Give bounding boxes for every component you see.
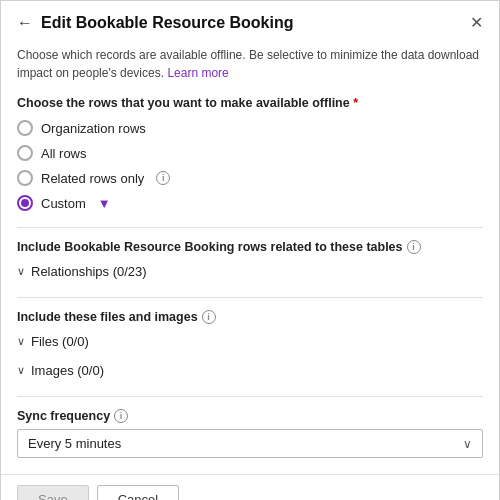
dialog: ← Edit Bookable Resource Booking ✕ Choos… <box>0 0 500 500</box>
divider-2 <box>17 297 483 298</box>
files-section: Include these files and images i ∨ Files… <box>17 310 483 382</box>
back-button[interactable]: ← <box>17 14 33 32</box>
sync-section-label: Sync frequency <box>17 409 110 423</box>
sync-title-row: Sync frequency i <box>17 409 483 423</box>
cancel-button[interactable]: Cancel <box>97 485 179 500</box>
radio-circle-related <box>17 170 33 186</box>
files-info-icon: i <box>202 310 216 324</box>
sync-frequency-chevron: ∨ <box>463 437 472 451</box>
relationships-section-label: Include Bookable Resource Booking rows r… <box>17 240 403 254</box>
radio-circle-all <box>17 145 33 161</box>
divider-1 <box>17 227 483 228</box>
sync-frequency-select[interactable]: Every 5 minutes ∨ <box>17 429 483 458</box>
sync-frequency-value: Every 5 minutes <box>28 436 463 451</box>
divider-3 <box>17 396 483 397</box>
images-toggle[interactable]: ∨ Images (0/0) <box>17 359 483 382</box>
related-info-icon: i <box>156 171 170 185</box>
save-button[interactable]: Save <box>17 485 89 500</box>
relationships-info-icon: i <box>407 240 421 254</box>
relationships-chevron: ∨ <box>17 265 25 278</box>
radio-org[interactable]: Organization rows <box>17 120 483 136</box>
relationships-collapsible: ∨ Relationships (0/23) <box>17 260 483 283</box>
files-section-label: Include these files and images <box>17 310 198 324</box>
files-collapsible: ∨ Files (0/0) <box>17 330 483 353</box>
files-label: Files (0/0) <box>31 334 89 349</box>
dialog-footer: Save Cancel <box>1 474 499 500</box>
radio-label-related: Related rows only <box>41 171 144 186</box>
close-button[interactable]: ✕ <box>470 13 483 32</box>
dialog-header: ← Edit Bookable Resource Booking ✕ <box>1 1 499 38</box>
files-toggle[interactable]: ∨ Files (0/0) <box>17 330 483 353</box>
files-chevron: ∨ <box>17 335 25 348</box>
radio-related[interactable]: Related rows only i <box>17 170 483 186</box>
images-label: Images (0/0) <box>31 363 104 378</box>
radio-custom[interactable]: Custom ▼ <box>17 195 483 211</box>
description-text: Choose which records are available offli… <box>17 46 483 82</box>
learn-more-link[interactable]: Learn more <box>167 66 228 80</box>
sync-section: Sync frequency i Every 5 minutes ∨ <box>17 409 483 458</box>
images-chevron: ∨ <box>17 364 25 377</box>
relationships-section: Include Bookable Resource Booking rows r… <box>17 240 483 283</box>
radio-label-all: All rows <box>41 146 87 161</box>
radio-group: Organization rows All rows Related rows … <box>17 120 483 211</box>
files-title-row: Include these files and images i <box>17 310 483 324</box>
relationships-label: Relationships (0/23) <box>31 264 147 279</box>
relationships-title-row: Include Bookable Resource Booking rows r… <box>17 240 483 254</box>
images-collapsible: ∨ Images (0/0) <box>17 359 483 382</box>
radio-label-custom: Custom <box>41 196 86 211</box>
radio-label-org: Organization rows <box>41 121 146 136</box>
filter-icon: ▼ <box>98 196 111 211</box>
rows-section-label: Choose the rows that you want to make av… <box>17 96 483 110</box>
header-left: ← Edit Bookable Resource Booking <box>17 14 293 32</box>
dialog-title: Edit Bookable Resource Booking <box>41 14 293 32</box>
radio-circle-org <box>17 120 33 136</box>
relationships-toggle[interactable]: ∨ Relationships (0/23) <box>17 260 483 283</box>
radio-all[interactable]: All rows <box>17 145 483 161</box>
radio-circle-custom <box>17 195 33 211</box>
dialog-body: Choose which records are available offli… <box>1 38 499 474</box>
sync-info-icon: i <box>114 409 128 423</box>
